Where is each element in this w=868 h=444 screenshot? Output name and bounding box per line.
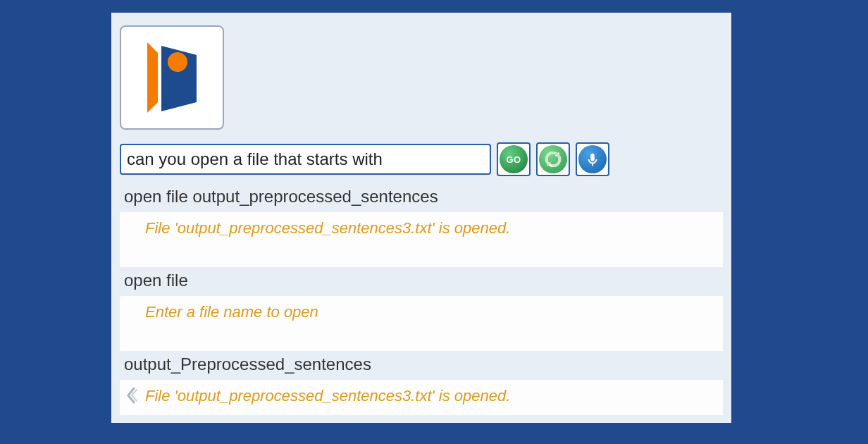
mic-button[interactable] <box>576 142 609 176</box>
command-input[interactable] <box>120 144 491 175</box>
history-entry: open file Enter a file name to open <box>120 267 723 331</box>
go-button[interactable]: GO <box>497 142 531 176</box>
spacer <box>120 247 723 267</box>
response-text: File 'output_preprocessed_sentences3.txt… <box>120 212 723 247</box>
command-text: open file <box>120 267 723 296</box>
spacer <box>120 331 723 351</box>
svg-point-0 <box>168 52 187 72</box>
history-entry: output_Preprocessed_sentences File 'outp… <box>120 351 723 415</box>
mic-icon <box>585 152 600 167</box>
response-text: Enter a file name to open <box>120 296 723 331</box>
response-text-inner: File 'output_preprocessed_sentences3.txt… <box>145 387 510 405</box>
go-button-label: GO <box>506 154 521 165</box>
command-input-row: GO <box>120 142 723 176</box>
refresh-button[interactable] <box>536 142 570 176</box>
history-entry: open file output_preprocessed_sentences … <box>120 183 723 247</box>
refresh-icon <box>543 149 563 169</box>
logo-icon <box>137 35 207 120</box>
command-text: output_Preprocessed_sentences <box>120 351 723 380</box>
response-text: File 'output_preprocessed_sentences3.txt… <box>120 380 723 415</box>
back-arrow-icon[interactable] <box>124 386 138 409</box>
svg-rect-1 <box>590 154 595 161</box>
app-panel: GO open file out <box>111 13 731 423</box>
app-logo <box>120 25 224 130</box>
command-text: open file output_preprocessed_sentences <box>120 183 723 212</box>
